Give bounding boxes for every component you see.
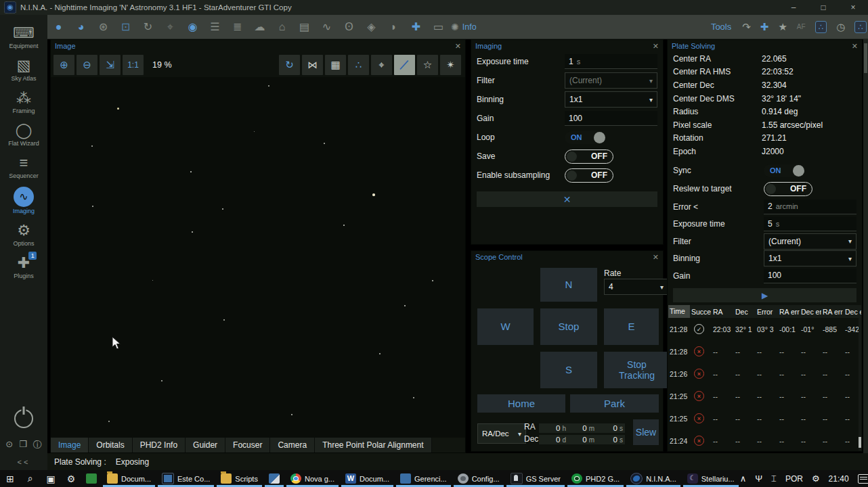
image-view[interactable] (51, 77, 465, 438)
stop-button[interactable]: Stop (540, 308, 597, 345)
dec-m-input[interactable]: 0m (567, 435, 596, 444)
telescope-icon[interactable]: ⌖ (159, 16, 181, 39)
table-row[interactable]: 21:25×-------------- (668, 407, 861, 430)
column-header[interactable]: Error (756, 308, 778, 316)
tray-chevron-icon[interactable]: ∧ (740, 473, 747, 484)
info-icon[interactable]: ⓘ (33, 439, 42, 451)
dec-d-input[interactable]: 0d (539, 435, 568, 444)
column-header[interactable]: Succe (690, 308, 712, 316)
table-row[interactable]: 21:25×-------------- (668, 385, 861, 407)
imaging-filter-select[interactable]: (Current)▾ (565, 72, 657, 89)
taskbar-item-n-i-n-a-[interactable]: N.I.N.A... (625, 470, 682, 487)
ra-h-input[interactable]: 0h (539, 423, 568, 433)
slew-button[interactable]: Slew (633, 419, 659, 445)
park-button[interactable]: Park (570, 394, 659, 413)
imaging-binning-select[interactable]: 1x1▾ (565, 91, 657, 108)
shield-icon[interactable]: ◈ (360, 16, 383, 39)
sidebar-item-flat-wizard[interactable]: ◯Flat Wizard (0, 118, 47, 150)
grid-button[interactable]: ▦ (325, 55, 346, 75)
sidebar-item-options[interactable]: ⚙Options (0, 218, 47, 250)
column-header[interactable]: RA err (821, 308, 844, 316)
tray-gear-icon[interactable]: ⚙ (812, 473, 820, 484)
slew-west-button[interactable]: W (477, 308, 534, 345)
taskbar-item-docum-[interactable]: Docum... (102, 470, 156, 487)
clock[interactable]: 21:40 (829, 474, 849, 484)
guide-graph-icon[interactable]: ∿ (316, 16, 338, 39)
star-annotate-tool-icon[interactable]: ∴ (854, 21, 867, 33)
start-plate-solve-button[interactable]: ▶ (673, 288, 856, 302)
crosshair-button[interactable]: ⌖ (371, 55, 392, 75)
column-header[interactable]: RA err (778, 308, 800, 316)
star-tool-icon[interactable]: ★ (778, 21, 787, 33)
image-frame-icon[interactable]: ▭ (427, 16, 450, 39)
column-header[interactable]: Dec er (844, 308, 861, 316)
tab-camera[interactable]: Camera (270, 438, 315, 453)
task-view-button[interactable]: ▣ (41, 470, 61, 487)
stop-tracking-button[interactable]: Stop Tracking (604, 352, 670, 388)
sidebar-item-plugins[interactable]: ✚1Plugins (0, 250, 47, 283)
pinned-app-green[interactable] (81, 470, 102, 487)
camera-icon[interactable]: ● (47, 16, 70, 39)
minimize-button[interactable]: – (779, 0, 808, 15)
plugins-icon[interactable]: ✚ (405, 16, 427, 39)
taskbar-item-docum-[interactable]: WDocum... (340, 470, 395, 487)
table-row[interactable]: 21:28×-------------- (668, 340, 861, 363)
zoom-out-button[interactable]: ⊖ (77, 55, 97, 75)
star-profile-button[interactable]: ✴ (440, 55, 461, 75)
sidebar-item-framing[interactable]: ⁂Framing (0, 85, 47, 118)
plate-solving-exposure-time-input[interactable]: 5s (764, 216, 856, 231)
microphone-icon[interactable]: Ψ (755, 473, 762, 484)
rate-select[interactable]: 4 ▾ (604, 279, 668, 295)
dec-s-input[interactable]: 0s (596, 435, 625, 444)
power-icon[interactable] (14, 409, 33, 428)
slew-south-button[interactable]: S (540, 352, 597, 388)
plate-solving-binning-select[interactable]: 1x1▾ (764, 250, 856, 266)
imaging-exposure-time-input[interactable]: 1s (565, 54, 657, 69)
eye-icon[interactable]: ⊙ (5, 439, 13, 451)
notification-center-icon[interactable] (858, 474, 868, 484)
column-header[interactable]: RA (712, 308, 734, 316)
imaging-save-toggle[interactable]: OFF (565, 149, 613, 164)
tab-focuser[interactable]: Focuser (225, 438, 270, 453)
maximize-button[interactable]: □ (808, 0, 838, 15)
ra-m-input[interactable]: 0m (567, 423, 596, 433)
panel-scrollbar[interactable] (863, 39, 868, 453)
plate-solving-reslew-to-target-toggle[interactable]: OFF (764, 182, 812, 196)
sidebar-item-equipment[interactable]: ⌨Equipment (0, 20, 47, 53)
star-detect-button[interactable]: ☆ (417, 55, 438, 75)
imaging-panel-close-icon[interactable]: ✕ (653, 42, 659, 51)
one-to-one-button[interactable]: 1:1 (123, 55, 144, 75)
table-scrollbar[interactable] (859, 318, 861, 450)
autofocus-icon[interactable]: AF (797, 23, 806, 30)
plate-solving-sync-toggle[interactable]: ON (764, 164, 805, 177)
taskbar-item-photos[interactable] (263, 470, 285, 487)
imaging-loop-toggle[interactable]: ON (565, 131, 606, 144)
home-button[interactable]: Home (477, 394, 565, 413)
plate-solving-gain-input[interactable]: 100 (764, 269, 856, 283)
taskbar-item-stellariu-[interactable]: ☾Stellariu... (682, 470, 740, 487)
pixel-peeper-button[interactable]: ／ (394, 55, 415, 75)
plate-solving-filter-select[interactable]: (Current)▾ (764, 233, 856, 250)
taskbar-item-nova-g-[interactable]: Nova g... (285, 470, 340, 487)
taskbar-item-config-[interactable]: Config... (452, 470, 505, 487)
sidebar-item-imaging[interactable]: ∿Imaging (0, 183, 47, 218)
plate-solve-tool-icon[interactable]: ∴ (815, 21, 827, 33)
imaging-gain-input[interactable]: 100 (565, 111, 657, 126)
column-header[interactable]: Dec (734, 308, 756, 316)
switch-icon[interactable]: ☰ (204, 16, 226, 39)
collapse-sidebar-button[interactable]: << (0, 458, 47, 466)
column-header[interactable]: Time (668, 305, 690, 318)
move-center-icon[interactable]: ✚ (760, 21, 769, 33)
fit-to-screen-button[interactable]: ⇲ (100, 55, 121, 75)
rotate-tool-icon[interactable]: ↷ (742, 21, 751, 33)
plate-solve-button[interactable]: ∴ (348, 55, 369, 75)
tab-phd2-info[interactable]: PHD2 Info (133, 438, 186, 453)
flip-button[interactable]: ⋈ (302, 55, 323, 75)
auto-stretch-button[interactable]: ↻ (279, 55, 300, 75)
plate-solving-error--input[interactable]: 2arcmin (764, 200, 856, 214)
table-row[interactable]: 21:24×-------------- (668, 430, 861, 450)
safety-monitor-icon[interactable]: ◗ (383, 16, 405, 39)
taskbar-item-gerenci-[interactable]: Gerenci... (395, 470, 452, 487)
tab-three-point-polar-alignment[interactable]: Three Point Polar Alignment (315, 438, 431, 453)
close-button[interactable]: × (838, 0, 868, 15)
